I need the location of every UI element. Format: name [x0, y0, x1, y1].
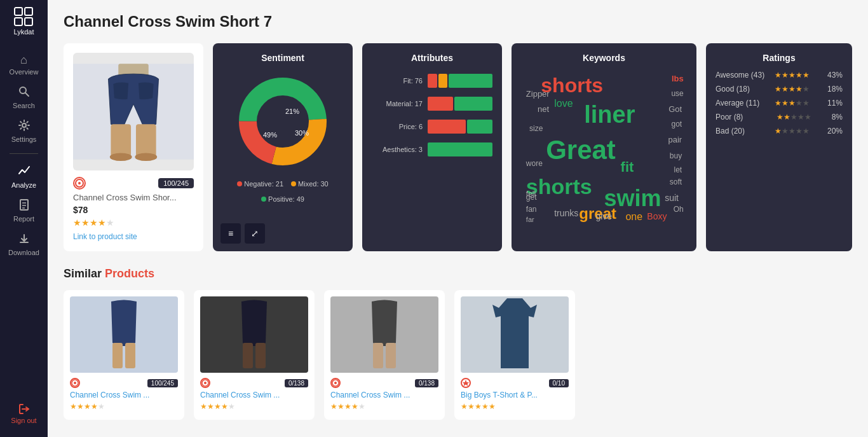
- similar-name-4[interactable]: Big Boys T-Short & P...: [461, 391, 569, 399]
- product-stars: ★★★★★: [73, 218, 194, 228]
- similar-section-title: Similar Products: [64, 267, 852, 281]
- product-brand-row: 100/245: [73, 177, 194, 190]
- attr-bar-price: [428, 120, 492, 134]
- brand-logo: [73, 177, 86, 190]
- sidebar-item-download-label: Download: [8, 249, 39, 256]
- kw-one: one: [625, 211, 642, 223]
- page-title: Channel Cross Swim Short 7: [64, 13, 852, 31]
- similar-image-2: [200, 296, 308, 373]
- similar-brand-row-1: 100/245: [70, 378, 178, 388]
- ratings-card: Ratings Awesome (43) ★★★★★ 43% Good (18)…: [706, 43, 852, 251]
- keywords-container: shorts lbs use Zipper net love Got got l…: [521, 71, 687, 223]
- sentiment-card: Sentiment 21% 49% 30: [213, 43, 353, 251]
- similar-title-highlight: Products: [105, 267, 154, 280]
- sentiment-container: 21% 49% 30% Negative: 21 Mixed: 30 Posit…: [222, 71, 343, 203]
- donut-chart: 21% 49% 30%: [232, 71, 334, 172]
- kw-wore: wore: [526, 159, 543, 168]
- kw-fan: fan: [526, 205, 537, 214]
- product-card: 100/245 Channel Cross Swim Shor... $78 ★…: [64, 43, 203, 251]
- sidebar-bottom: Sign out: [11, 396, 36, 431]
- sentiment-legend: Negative: 21 Mixed: 30 Positive: 49: [222, 180, 343, 203]
- attr-label-material: Material: 17: [372, 100, 423, 108]
- attr-bar-fit: [428, 74, 492, 88]
- sidebar-item-search[interactable]: Search: [0, 81, 48, 114]
- rating-label-good: Good (18): [715, 85, 771, 94]
- svg-rect-3: [25, 18, 32, 25]
- svg-point-35: [204, 382, 207, 384]
- svg-rect-15: [111, 124, 131, 156]
- similar-name-1[interactable]: Channel Cross Swim ...: [70, 391, 178, 399]
- svg-point-39: [334, 382, 337, 384]
- attr-row-material: Material: 17: [372, 97, 492, 111]
- kw-liner1: liner: [584, 101, 635, 128]
- rating-pct-poor: 8%: [832, 113, 843, 121]
- kw-got: Got: [668, 104, 682, 114]
- sign-out-button[interactable]: Sign out: [11, 396, 36, 431]
- similar-brand-row-4: 0/10: [461, 378, 569, 388]
- expand-button[interactable]: ⤢: [245, 223, 265, 244]
- product-price: $78: [73, 205, 194, 215]
- product-image: [73, 53, 194, 170]
- sidebar-item-analyze[interactable]: Analyze: [0, 159, 48, 194]
- kw-oh: Oh: [674, 205, 684, 214]
- svg-text:49%: 49%: [263, 131, 277, 139]
- analyze-icon: [18, 164, 31, 180]
- svg-rect-1: [25, 8, 32, 15]
- rating-row-poor: Poor (8) ★★★★★ 8%: [715, 113, 843, 121]
- sidebar-item-report[interactable]: Report: [0, 194, 48, 228]
- svg-point-17: [110, 153, 132, 161]
- similar-image-4: [461, 296, 569, 373]
- rating-stars-average: ★★★★★: [775, 99, 824, 108]
- keywords-card: Keywords shorts lbs use Zipper net love …: [512, 43, 696, 251]
- svg-line-5: [25, 93, 29, 96]
- similar-name-2[interactable]: Channel Cross Swim ...: [200, 391, 308, 399]
- attr-label-fit: Fit: 76: [372, 77, 423, 85]
- rating-row-awesome: Awesome (43) ★★★★★ 43%: [715, 71, 843, 80]
- kw-trunks: trunks: [554, 208, 578, 218]
- rating-pct-average: 11%: [827, 99, 843, 108]
- sidebar-item-analyze-label: Analyze: [11, 181, 36, 189]
- svg-rect-28: [112, 343, 123, 368]
- sidebar-item-download[interactable]: Download: [0, 228, 48, 261]
- app-logo: Lykdat: [13, 6, 34, 36]
- similar-badge-4: 0/10: [549, 379, 569, 387]
- ratings-title: Ratings: [715, 53, 843, 63]
- sidebar-item-overview[interactable]: ⌂ Overview: [0, 48, 48, 81]
- attr-row-aesthetics: Aesthetics: 3: [372, 142, 492, 156]
- svg-point-20: [78, 182, 81, 184]
- similar-name-3[interactable]: Channel Cross Swim ...: [330, 391, 438, 399]
- sidebar-item-settings[interactable]: Settings: [0, 114, 48, 148]
- kw-great1: Great: [546, 135, 616, 165]
- similar-badge-2: 0/138: [285, 379, 308, 387]
- similar-badge-1: 100/245: [147, 379, 178, 387]
- attr-label-price: Price: 6: [372, 123, 423, 130]
- filter-button[interactable]: ≡: [220, 223, 241, 244]
- attributes-container: Fit: 76 Material: 17: [372, 71, 492, 156]
- kw-let: let: [674, 165, 682, 174]
- svg-point-24: [257, 96, 308, 147]
- similar-brand-logo-1: [70, 378, 80, 388]
- product-link[interactable]: Link to product site: [73, 232, 137, 241]
- rating-stars-good: ★★★★★: [775, 85, 824, 94]
- kw-shorts1: shorts: [541, 74, 603, 97]
- positive-legend: Positive: 49: [261, 195, 304, 203]
- similar-products-list: 100/245 Channel Cross Swim ... ★★★★★: [64, 290, 852, 420]
- attr-bar-aesthetics: [428, 142, 492, 156]
- attr-label-aesthetics: Aesthetics: 3: [372, 146, 423, 153]
- kw-far: far: [526, 216, 534, 223]
- kw-use: use: [671, 89, 683, 98]
- keywords-title: Keywords: [521, 53, 687, 63]
- kw-got2: got: [671, 120, 682, 128]
- kw-pair: pair: [668, 135, 682, 144]
- overview-icon: ⌂: [20, 53, 27, 67]
- rating-pct-awesome: 43%: [827, 71, 843, 80]
- rating-label-awesome: Awesome (43): [715, 71, 771, 80]
- similar-section: Similar Products 100/245 Chann: [64, 267, 852, 420]
- rating-pct-bad: 20%: [827, 127, 843, 135]
- similar-stars-4: ★★★★★: [461, 402, 569, 411]
- sidebar-item-report-label: Report: [13, 215, 34, 223]
- rating-row-average: Average (11) ★★★★★ 11%: [715, 99, 843, 108]
- chart-buttons: ≡ ⤢: [220, 223, 265, 244]
- svg-rect-2: [15, 18, 22, 25]
- similar-card-1: 100/245 Channel Cross Swim ... ★★★★★: [64, 290, 184, 420]
